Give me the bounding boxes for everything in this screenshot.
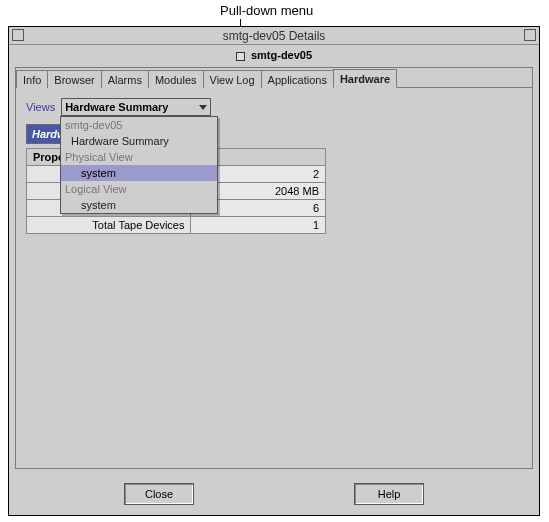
- dropdown-item-hw-summary[interactable]: Hardware Summary: [61, 133, 217, 149]
- views-selected: Hardware Summary: [65, 101, 168, 113]
- button-row: Close Help: [9, 483, 539, 505]
- table-row: Total Tape Devices 1: [27, 217, 326, 234]
- cell-value: 1: [191, 217, 326, 234]
- dropdown-group-physical: Physical View: [61, 149, 217, 165]
- host-row: smtg-dev05: [9, 45, 539, 65]
- chevron-down-icon: [199, 105, 207, 110]
- tab-alarms[interactable]: Alarms: [101, 70, 149, 88]
- host-name: smtg-dev05: [251, 49, 312, 61]
- tab-browser[interactable]: Browser: [47, 70, 101, 88]
- close-button[interactable]: Close: [124, 483, 194, 505]
- tab-content: Views Hardware Summary smtg-dev05 Hardwa…: [16, 88, 532, 244]
- dropdown-item-logical-system[interactable]: system: [61, 197, 217, 213]
- views-combobox[interactable]: Hardware Summary: [61, 98, 211, 116]
- tab-modules[interactable]: Modules: [148, 70, 204, 88]
- cell-label: Total Tape Devices: [27, 217, 191, 234]
- host-icon: [236, 52, 245, 61]
- views-row: Views Hardware Summary: [26, 98, 522, 116]
- details-window: smtg-dev05 Details smtg-dev05 Info Brows…: [8, 26, 540, 516]
- tab-viewlog[interactable]: View Log: [203, 70, 262, 88]
- tab-applications[interactable]: Applications: [261, 70, 334, 88]
- window-titlebar: smtg-dev05 Details: [9, 27, 539, 45]
- dropdown-group-host: smtg-dev05: [61, 117, 217, 133]
- annotation-label: Pull-down menu: [220, 3, 313, 18]
- tab-info[interactable]: Info: [16, 70, 48, 88]
- views-label: Views: [26, 101, 55, 113]
- help-button[interactable]: Help: [354, 483, 424, 505]
- inner-panel: Info Browser Alarms Modules View Log App…: [15, 67, 533, 469]
- window-min-icon[interactable]: [12, 29, 24, 41]
- dropdown-item-physical-system[interactable]: system: [61, 165, 217, 181]
- dropdown-group-logical: Logical View: [61, 181, 217, 197]
- window-title: smtg-dev05 Details: [223, 29, 326, 43]
- tab-hardware[interactable]: Hardware: [333, 69, 397, 88]
- tab-bar: Info Browser Alarms Modules View Log App…: [16, 68, 532, 88]
- window-max-icon[interactable]: [524, 29, 536, 41]
- views-dropdown[interactable]: smtg-dev05 Hardware Summary Physical Vie…: [60, 116, 218, 214]
